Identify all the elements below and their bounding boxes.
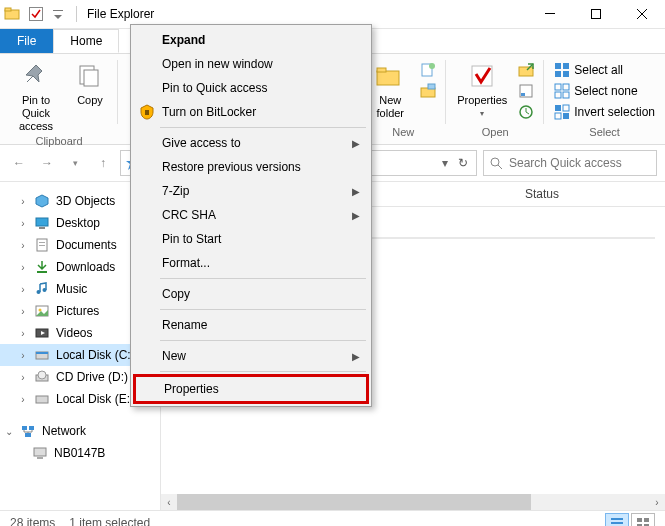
ctx-open-new-window[interactable]: Open in new window <box>134 52 368 76</box>
scroll-left-button[interactable]: ‹ <box>161 494 177 510</box>
invert-selection-button[interactable]: Invert selection <box>550 102 659 122</box>
sidebar-label: CD Drive (D:) <box>56 370 128 384</box>
status-selected-count: 1 item selected <box>69 516 150 526</box>
drive-icon <box>34 391 50 407</box>
svg-rect-52 <box>37 457 43 459</box>
scroll-track[interactable] <box>177 494 649 510</box>
svg-rect-8 <box>377 71 399 85</box>
properties-button[interactable]: Properties ▾ <box>452 58 512 122</box>
close-button[interactable] <box>619 0 665 28</box>
svg-rect-3 <box>53 10 63 11</box>
svg-rect-57 <box>644 518 649 522</box>
ctx-properties[interactable]: Properties <box>136 377 366 401</box>
scroll-thumb[interactable] <box>177 494 531 510</box>
invert-label: Invert selection <box>574 105 655 119</box>
recent-button[interactable]: ▾ <box>64 152 86 174</box>
svg-point-39 <box>43 288 47 292</box>
ctx-rename[interactable]: Rename <box>134 313 368 337</box>
up-button[interactable]: ↑ <box>92 152 114 174</box>
svg-rect-23 <box>555 84 561 90</box>
ctx-crc-sha[interactable]: CRC SHA▶ <box>134 203 368 227</box>
forward-button[interactable]: → <box>36 152 58 174</box>
sidebar-label: NB0147B <box>54 446 105 460</box>
ctx-restore-versions[interactable]: Restore previous versions <box>134 155 368 179</box>
bitlocker-icon <box>139 104 155 120</box>
column-status[interactable]: Status <box>517 187 665 201</box>
ctx-separator <box>160 340 366 341</box>
select-none-button[interactable]: Select none <box>550 81 659 101</box>
svg-rect-50 <box>25 433 31 437</box>
history-icon <box>518 104 534 120</box>
properties-icon <box>466 60 498 92</box>
ctx-copy[interactable]: Copy <box>134 282 368 306</box>
invert-icon <box>554 104 570 120</box>
ctx-pin-start[interactable]: Pin to Start <box>134 227 368 251</box>
svg-rect-24 <box>563 84 569 90</box>
svg-rect-1 <box>5 8 11 11</box>
select-none-label: Select none <box>574 84 637 98</box>
ctx-give-access[interactable]: Give access to▶ <box>134 131 368 155</box>
svg-rect-32 <box>36 218 48 226</box>
search-box[interactable]: Search Quick access <box>483 150 657 176</box>
edit-button[interactable] <box>514 81 538 101</box>
qat-overflow-icon[interactable] <box>52 6 68 22</box>
ctx-expand[interactable]: Expand <box>134 28 368 52</box>
select-all-button[interactable]: Select all <box>550 60 659 80</box>
svg-rect-29 <box>555 113 561 119</box>
select-none-icon <box>554 83 570 99</box>
highlight-annotation: Properties <box>133 374 369 404</box>
ctx-new[interactable]: New▶ <box>134 344 368 368</box>
svg-rect-54 <box>611 522 623 524</box>
back-button[interactable]: ← <box>8 152 30 174</box>
view-details-button[interactable] <box>605 513 629 526</box>
open-button[interactable] <box>514 60 538 80</box>
sidebar-item-network[interactable]: ⌄Network <box>0 420 160 442</box>
svg-rect-51 <box>34 448 46 456</box>
ctx-pin-quick-access[interactable]: Pin to Quick access <box>134 76 368 100</box>
new-item-button[interactable] <box>416 60 440 80</box>
svg-rect-20 <box>563 63 569 69</box>
group-label-clipboard: Clipboard <box>35 135 82 149</box>
ctx-7zip[interactable]: 7-Zip▶ <box>134 179 368 203</box>
sidebar-label: Local Disk (E:) <box>56 392 134 406</box>
svg-rect-2 <box>30 8 43 21</box>
new-folder-button[interactable]: New folder <box>366 58 414 122</box>
refresh-button[interactable]: ↻ <box>454 156 472 170</box>
3d-objects-icon <box>34 193 50 209</box>
folder-icon <box>4 6 20 22</box>
pin-quick-access-button[interactable]: Pin to Quick access <box>6 58 66 135</box>
view-icons-button[interactable] <box>631 513 655 526</box>
group-label-select: Select <box>589 126 620 140</box>
copy-icon <box>74 60 106 92</box>
edit-icon <box>518 83 534 99</box>
sidebar-label: Pictures <box>56 304 99 318</box>
sidebar-label: Downloads <box>56 260 115 274</box>
tab-home[interactable]: Home <box>53 29 119 53</box>
sidebar-label: Desktop <box>56 216 100 230</box>
scroll-right-button[interactable]: › <box>649 494 665 510</box>
ctx-separator <box>160 127 366 128</box>
copy-button[interactable]: Copy <box>68 58 112 109</box>
music-icon <box>34 281 50 297</box>
path-dropdown-icon[interactable]: ▾ <box>442 156 448 170</box>
svg-rect-48 <box>22 426 27 430</box>
tab-file[interactable]: File <box>0 29 53 53</box>
svg-rect-25 <box>555 92 561 98</box>
downloads-icon <box>34 259 50 275</box>
sidebar-label: Videos <box>56 326 92 340</box>
horizontal-scrollbar[interactable]: ‹ › <box>161 494 665 510</box>
maximize-button[interactable] <box>573 0 619 28</box>
svg-point-11 <box>429 63 435 69</box>
easy-access-button[interactable] <box>416 81 440 101</box>
ctx-format[interactable]: Format... <box>134 251 368 275</box>
svg-rect-53 <box>611 518 623 520</box>
ctx-bitlocker[interactable]: Turn on BitLocker <box>134 100 368 124</box>
sidebar-label: Network <box>42 424 86 438</box>
sidebar-item-network-pc[interactable]: NB0147B <box>0 442 160 464</box>
minimize-button[interactable] <box>527 0 573 28</box>
ribbon-group-clipboard: Pin to Quick access Copy Clipboard <box>0 54 118 144</box>
history-button[interactable] <box>514 102 538 122</box>
svg-rect-28 <box>563 105 569 111</box>
new-item-icon <box>420 62 436 78</box>
svg-rect-60 <box>145 110 149 115</box>
